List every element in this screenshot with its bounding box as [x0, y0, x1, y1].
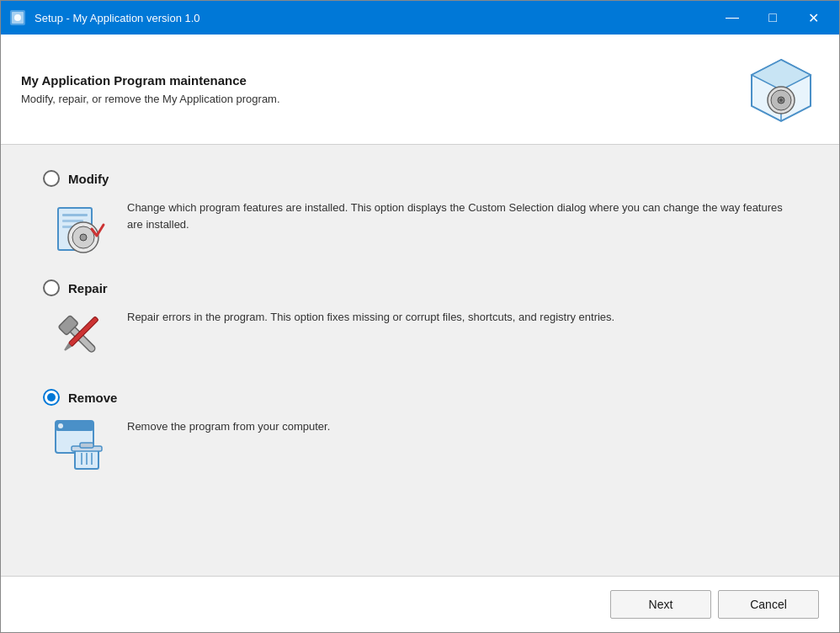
- repair-body: Repair errors in the program. This optio…: [43, 305, 797, 364]
- maximize-button[interactable]: □: [753, 4, 792, 31]
- remove-label: Remove: [68, 391, 117, 405]
- cancel-button[interactable]: Cancel: [718, 590, 819, 619]
- repair-option-header: Repair: [43, 279, 797, 296]
- repair-option: Repair Repair errors in the progr: [43, 279, 797, 364]
- repair-icon: [51, 305, 110, 364]
- modify-body: Change which program features are instal…: [43, 195, 797, 254]
- svg-rect-26: [80, 443, 93, 448]
- modify-icon: [51, 195, 110, 254]
- modify-description: Change which program features are instal…: [127, 195, 797, 232]
- title-bar: Setup - My Application version 1.0 — □ ✕: [1, 1, 839, 35]
- footer: Next Cancel: [1, 576, 839, 632]
- close-button[interactable]: ✕: [794, 4, 832, 31]
- app-icon: [8, 8, 28, 28]
- setup-icon: [743, 51, 819, 127]
- remove-description: Remove the program from your computer.: [127, 414, 330, 435]
- header-text: My Application Program maintenance Modif…: [21, 73, 280, 105]
- modify-option: Modify Change which program fe: [43, 170, 797, 254]
- modify-label: Modify: [68, 172, 109, 186]
- remove-option: Remove Remove the program from: [43, 389, 797, 473]
- content-area: Modify Change which program fe: [1, 145, 839, 576]
- svg-rect-12: [62, 220, 83, 222]
- remove-option-header: Remove: [43, 389, 797, 406]
- remove-radio[interactable]: [43, 389, 60, 406]
- modify-radio[interactable]: [43, 170, 60, 187]
- next-button[interactable]: Next: [610, 590, 711, 619]
- modify-option-header: Modify: [43, 170, 797, 187]
- title-bar-text: Setup - My Application version 1.0: [35, 12, 713, 24]
- repair-radio[interactable]: [43, 279, 60, 296]
- header-title: My Application Program maintenance: [21, 73, 280, 88]
- svg-rect-11: [62, 214, 88, 216]
- svg-point-9: [779, 98, 783, 102]
- setup-window: Setup - My Application version 1.0 — □ ✕…: [0, 0, 840, 633]
- header-subtitle: Modify, repair, or remove the My Applica…: [21, 93, 280, 105]
- svg-point-2: [14, 14, 21, 21]
- svg-rect-23: [58, 423, 63, 428]
- repair-label: Repair: [68, 281, 108, 295]
- remove-icon: [51, 414, 110, 473]
- title-bar-controls: — □ ✕: [713, 4, 832, 31]
- repair-description: Repair errors in the program. This optio…: [127, 305, 614, 326]
- header: My Application Program maintenance Modif…: [1, 35, 839, 145]
- remove-body: Remove the program from your computer.: [43, 414, 797, 473]
- minimize-button[interactable]: —: [713, 4, 752, 31]
- svg-point-16: [80, 234, 87, 241]
